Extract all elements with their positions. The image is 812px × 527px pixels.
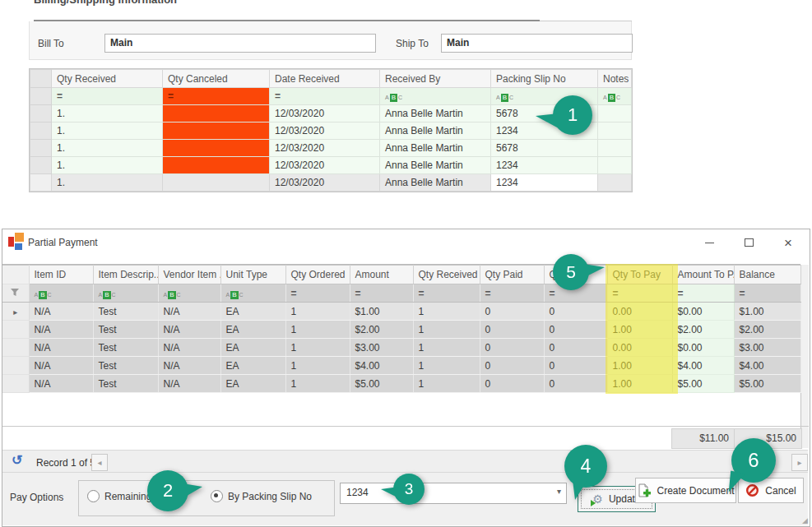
cell-item-description[interactable]: Test <box>93 375 158 393</box>
col-date-received[interactable]: Date Received <box>270 70 380 88</box>
col-qty-canceled[interactable]: Qty Canceled <box>163 70 270 88</box>
cell-qty-paid[interactable]: 0 <box>480 339 544 357</box>
cell-unit-type[interactable]: EA <box>220 375 285 393</box>
cell-item-description[interactable]: Test <box>93 339 158 357</box>
cell-notes[interactable] <box>598 140 632 157</box>
table-row[interactable]: 1. 12/03/2020 Anna Belle Martin 1234 <box>30 157 632 174</box>
cell-qty-canceled[interactable]: 0 <box>544 321 607 339</box>
col-item-description[interactable]: Item Descrip... <box>93 266 158 284</box>
cell-received-by[interactable]: Anna Belle Martin <box>380 123 491 140</box>
cell-received-by[interactable]: Anna Belle Martin <box>380 157 491 174</box>
ship-to-input[interactable]: Main <box>441 34 633 53</box>
filter-vendor-item[interactable]: ABC <box>158 284 220 303</box>
cell-qty-received[interactable]: 1. <box>52 123 163 140</box>
cell-balance[interactable]: $2.00 <box>734 321 800 339</box>
cell-balance[interactable]: $5.00 <box>734 375 800 393</box>
cell-amount[interactable]: $4.00 <box>350 357 413 375</box>
filter-qty-received[interactable]: = <box>413 284 480 303</box>
cell-qty-ordered[interactable]: 1 <box>285 375 350 393</box>
cell-qty-received[interactable]: 1. <box>52 174 163 192</box>
col-qty-received[interactable]: Qty Received <box>413 266 480 284</box>
cell-amount[interactable]: $1.00 <box>350 303 413 321</box>
col-amount[interactable]: Amount <box>350 266 413 284</box>
cell-amount[interactable]: $2.00 <box>350 321 413 339</box>
filter-date-received[interactable]: = <box>270 88 380 105</box>
cell-packing-slip-no[interactable]: 1234 <box>491 157 598 174</box>
cell-unit-type[interactable]: EA <box>220 303 285 321</box>
cell-item-description[interactable]: Test <box>93 303 158 321</box>
col-balance[interactable]: Balance <box>734 266 800 284</box>
cell-unit-type[interactable]: EA <box>220 339 285 357</box>
table-row[interactable]: N/A Test N/A EA 1 $3.00 1 0 0 0.00 $0.00… <box>2 339 800 357</box>
filter-balance[interactable]: = <box>734 284 800 303</box>
cell-item-id[interactable]: N/A <box>29 321 93 339</box>
filter-row-button[interactable] <box>2 284 29 303</box>
minimize-button[interactable] <box>691 230 727 255</box>
filter-notes[interactable]: ABC <box>598 88 632 105</box>
col-unit-type[interactable]: Unit Type <box>220 266 285 284</box>
cell-unit-type[interactable]: EA <box>220 357 285 375</box>
cell-date-received[interactable]: 12/03/2020 <box>270 174 380 192</box>
cell-item-id[interactable]: N/A <box>29 339 93 357</box>
cell-qty-canceled[interactable] <box>163 105 270 123</box>
cell-qty-paid[interactable]: 0 <box>480 357 544 375</box>
cell-qty-paid[interactable]: 0 <box>480 303 544 321</box>
cell-amount-to-pay[interactable]: $0.00 <box>672 303 734 321</box>
col-received-by[interactable]: Received By <box>380 70 491 88</box>
filter-qty-ordered[interactable]: = <box>285 284 350 303</box>
cell-qty-canceled[interactable] <box>163 140 270 157</box>
filter-qty-paid[interactable]: = <box>480 284 544 303</box>
cell-qty-canceled[interactable]: 0 <box>544 303 607 321</box>
cell-qty-received[interactable]: 1 <box>413 303 480 321</box>
cell-qty-paid[interactable]: 0 <box>480 321 544 339</box>
cell-received-by[interactable]: Anna Belle Martin <box>380 174 491 192</box>
table-row[interactable]: N/A Test N/A EA 1 $5.00 1 0 0 1.00 $5.00… <box>2 375 800 393</box>
cell-notes[interactable] <box>598 105 632 123</box>
cell-item-id[interactable]: N/A <box>29 357 93 375</box>
filter-amount[interactable]: = <box>350 284 413 303</box>
next-record-button[interactable]: ▸ <box>791 454 808 471</box>
cell-packing-slip-no-editing[interactable]: 1234 <box>491 174 598 192</box>
cell-balance[interactable]: $4.00 <box>734 357 800 375</box>
filter-qty-received[interactable]: = <box>52 88 163 105</box>
cell-qty-received[interactable]: 1 <box>413 339 480 357</box>
cell-date-received[interactable]: 12/03/2020 <box>270 123 380 140</box>
cell-amount[interactable]: $3.00 <box>350 339 413 357</box>
filter-received-by[interactable]: ABC <box>380 88 491 105</box>
cell-qty-received[interactable]: 1 <box>413 375 480 393</box>
col-qty-ordered[interactable]: Qty Ordered <box>285 266 350 284</box>
cell-qty-received[interactable]: 1 <box>413 357 480 375</box>
maximize-button[interactable] <box>731 230 767 255</box>
create-document-button[interactable]: Create Document <box>635 478 736 503</box>
packing-slip-combobox[interactable]: 1234 ▾ <box>340 483 567 504</box>
radio-by-packing-slip[interactable]: By Packing Slip No <box>211 490 312 502</box>
col-item-id[interactable]: Item ID <box>29 266 93 284</box>
cell-received-by[interactable]: Anna Belle Martin <box>380 140 491 157</box>
cell-qty-ordered[interactable]: 1 <box>285 357 350 375</box>
cell-qty-ordered[interactable]: 1 <box>285 321 350 339</box>
filter-amount-to-pay[interactable]: = <box>672 284 734 303</box>
filter-item-id[interactable]: ABC <box>29 284 93 303</box>
cell-qty-canceled[interactable]: 0 <box>544 357 607 375</box>
cell-amount-to-pay[interactable]: $5.00 <box>672 375 734 393</box>
cell-qty-canceled[interactable] <box>163 174 270 192</box>
cell-amount-to-pay[interactable]: $0.00 <box>672 339 734 357</box>
filter-qty-canceled[interactable]: = <box>163 88 270 105</box>
col-notes[interactable]: Notes <box>598 70 632 88</box>
filter-item-description[interactable]: ABC <box>93 284 158 303</box>
cell-qty-received[interactable]: 1 <box>413 321 480 339</box>
cell-qty-canceled[interactable] <box>163 157 270 174</box>
cell-vendor-item[interactable]: N/A <box>158 357 220 375</box>
cell-item-description[interactable]: Test <box>93 357 158 375</box>
cell-qty-received[interactable]: 1. <box>52 140 163 157</box>
col-qty-paid[interactable]: Qty Paid <box>480 266 544 284</box>
bill-to-input[interactable]: Main <box>104 34 376 53</box>
cell-qty-received[interactable]: 1. <box>52 105 163 123</box>
cell-balance[interactable]: $1.00 <box>734 303 800 321</box>
cell-notes[interactable] <box>598 157 632 174</box>
grid-scroll-strip[interactable] <box>801 265 809 448</box>
refresh-icon[interactable]: ↺ <box>12 454 22 467</box>
cell-received-by[interactable]: Anna Belle Martin <box>380 105 491 123</box>
cell-packing-slip-no[interactable]: 5678 <box>491 140 598 157</box>
table-row-current[interactable]: ▸ N/A Test N/A EA 1 $1.00 1 0 0 0.00 $0.… <box>2 303 800 321</box>
